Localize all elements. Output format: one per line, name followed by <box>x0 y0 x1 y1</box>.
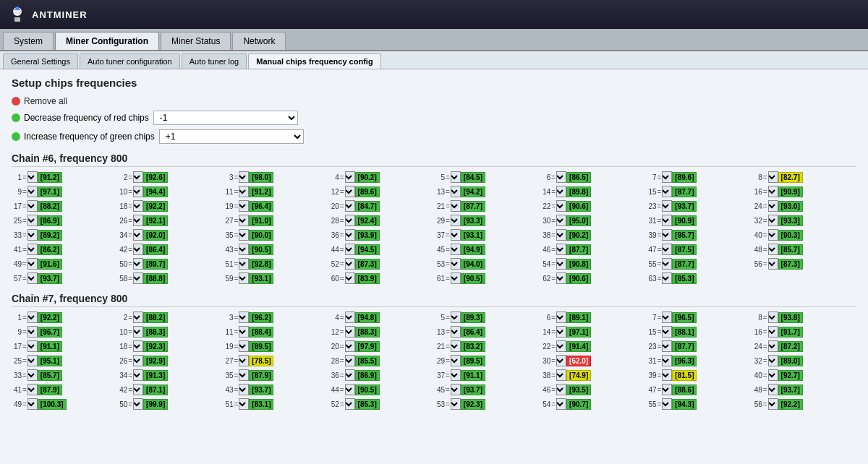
chip-select[interactable]: ▼ <box>768 171 778 183</box>
chip-select[interactable]: ▼ <box>133 171 143 183</box>
sub-tab-auto-tuner-log[interactable]: Auto tuner log <box>182 53 247 69</box>
chip-select[interactable]: ▼ <box>239 340 249 352</box>
chip-select[interactable]: ▼ <box>451 229 461 241</box>
chip-select[interactable]: ▼ <box>768 200 778 212</box>
chip-select[interactable]: ▼ <box>451 258 461 270</box>
chip-select[interactable]: ▼ <box>556 258 566 270</box>
chip-select[interactable]: ▼ <box>768 312 778 323</box>
chip-select[interactable]: ▼ <box>556 355 566 366</box>
chip-select[interactable]: ▼ <box>345 384 355 395</box>
chip-select[interactable]: ▼ <box>27 186 38 197</box>
chip-select[interactable]: ▼ <box>345 229 355 241</box>
chip-select[interactable]: ▼ <box>239 258 249 270</box>
chip-select[interactable]: ▼ <box>556 215 566 226</box>
chip-select[interactable]: ▼ <box>556 186 566 197</box>
chip-select[interactable]: ▼ <box>556 229 566 241</box>
chip-select[interactable]: ▼ <box>133 272 143 284</box>
main-tab-network[interactable]: Network <box>232 32 286 50</box>
chip-select[interactable]: ▼ <box>556 398 566 410</box>
chip-select[interactable]: ▼ <box>768 326 778 338</box>
chip-select[interactable]: ▼ <box>345 369 355 381</box>
sub-tab-auto-tuner-configuration[interactable]: Auto tuner configuration <box>80 53 180 69</box>
chip-select[interactable]: ▼ <box>133 312 143 323</box>
chip-select[interactable]: ▼ <box>27 244 38 255</box>
chip-select[interactable]: ▼ <box>239 215 249 226</box>
chip-select[interactable]: ▼ <box>662 312 672 323</box>
chip-select[interactable]: ▼ <box>662 355 672 366</box>
decrease-select[interactable]: -1 -2 -3 <box>153 111 298 125</box>
chip-select[interactable]: ▼ <box>27 369 38 381</box>
chip-select[interactable]: ▼ <box>662 200 672 212</box>
chip-select[interactable]: ▼ <box>239 326 249 338</box>
chip-select[interactable]: ▼ <box>239 312 249 323</box>
chip-select[interactable]: ▼ <box>768 340 778 352</box>
chip-select[interactable]: ▼ <box>239 384 249 395</box>
chip-select[interactable]: ▼ <box>451 312 461 323</box>
chip-select[interactable]: ▼ <box>662 244 672 255</box>
chip-select[interactable]: ▼ <box>27 258 38 270</box>
chip-select[interactable]: ▼ <box>451 355 461 366</box>
chip-select[interactable]: ▼ <box>768 369 778 381</box>
chip-select[interactable]: ▼ <box>27 340 38 352</box>
chip-select[interactable]: ▼ <box>133 384 143 395</box>
chip-select[interactable]: ▼ <box>451 200 461 212</box>
chip-select[interactable]: ▼ <box>345 326 355 338</box>
chip-select[interactable]: ▼ <box>239 186 249 197</box>
chip-select[interactable]: ▼ <box>239 171 249 183</box>
chip-select[interactable]: ▼ <box>451 340 461 352</box>
chip-select[interactable]: ▼ <box>662 369 672 381</box>
chip-select[interactable]: ▼ <box>133 258 143 270</box>
chip-select[interactable]: ▼ <box>345 200 355 212</box>
chip-select[interactable]: ▼ <box>345 272 355 284</box>
chip-select[interactable]: ▼ <box>133 398 143 410</box>
chip-select[interactable]: ▼ <box>133 326 143 338</box>
chip-select[interactable]: ▼ <box>556 244 566 255</box>
chip-select[interactable]: ▼ <box>556 369 566 381</box>
chip-select[interactable]: ▼ <box>768 398 778 410</box>
chip-select[interactable]: ▼ <box>345 186 355 197</box>
chip-select[interactable]: ▼ <box>27 215 38 226</box>
main-tab-system[interactable]: System <box>3 32 54 50</box>
chip-select[interactable]: ▼ <box>768 384 778 395</box>
chip-select[interactable]: ▼ <box>345 355 355 366</box>
chip-select[interactable]: ▼ <box>662 384 672 395</box>
chip-select[interactable]: ▼ <box>133 355 143 366</box>
increase-select[interactable]: +1 +2 +3 <box>159 129 304 144</box>
chip-select[interactable]: ▼ <box>451 171 461 183</box>
chip-select[interactable]: ▼ <box>451 369 461 381</box>
chip-select[interactable]: ▼ <box>239 272 249 284</box>
chip-select[interactable]: ▼ <box>662 186 672 197</box>
chip-select[interactable]: ▼ <box>451 326 461 338</box>
chip-select[interactable]: ▼ <box>768 229 778 241</box>
chip-select[interactable]: ▼ <box>345 244 355 255</box>
chip-select[interactable]: ▼ <box>27 312 38 323</box>
chip-select[interactable]: ▼ <box>133 215 143 226</box>
chip-select[interactable]: ▼ <box>133 369 143 381</box>
main-tab-miner-configuration[interactable]: Miner Configuration <box>55 32 159 50</box>
chip-select[interactable]: ▼ <box>556 312 566 323</box>
chip-select[interactable]: ▼ <box>239 244 249 255</box>
chip-select[interactable]: ▼ <box>556 171 566 183</box>
chip-select[interactable]: ▼ <box>451 272 461 284</box>
chip-select[interactable]: ▼ <box>662 171 672 183</box>
chip-select[interactable]: ▼ <box>768 186 778 197</box>
chip-select[interactable]: ▼ <box>662 326 672 338</box>
chip-select[interactable]: ▼ <box>239 398 249 410</box>
chip-select[interactable]: ▼ <box>662 229 672 241</box>
chip-select[interactable]: ▼ <box>556 326 566 338</box>
chip-select[interactable]: ▼ <box>133 186 143 197</box>
chip-select[interactable]: ▼ <box>345 340 355 352</box>
chip-select[interactable]: ▼ <box>133 229 143 241</box>
chip-select[interactable]: ▼ <box>27 272 38 284</box>
chip-select[interactable]: ▼ <box>768 244 778 255</box>
sub-tab-manual-chips-frequency-config[interactable]: Manual chips frequency config <box>248 53 380 69</box>
chip-select[interactable]: ▼ <box>345 398 355 410</box>
chip-select[interactable]: ▼ <box>451 244 461 255</box>
chip-select[interactable]: ▼ <box>768 215 778 226</box>
chip-select[interactable]: ▼ <box>133 340 143 352</box>
chip-select[interactable]: ▼ <box>768 355 778 366</box>
chip-select[interactable]: ▼ <box>556 272 566 284</box>
chip-select[interactable]: ▼ <box>662 340 672 352</box>
chip-select[interactable]: ▼ <box>345 312 355 323</box>
chip-select[interactable]: ▼ <box>556 384 566 395</box>
